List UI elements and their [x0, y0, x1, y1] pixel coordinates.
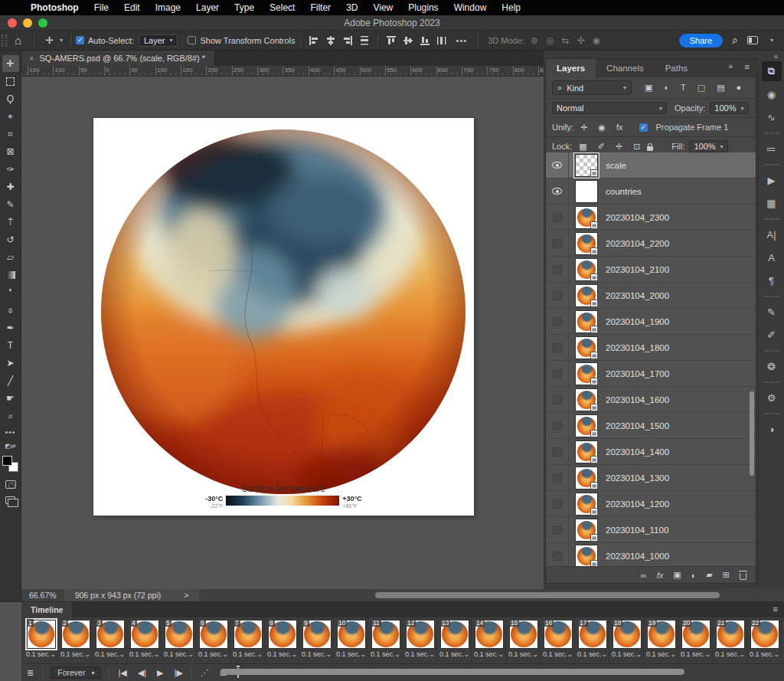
frame-duration-dropdown[interactable]: 0.1 sec.⌄: [94, 650, 126, 658]
workspace-chevron-icon[interactable]: ▾: [767, 37, 776, 44]
frame-duration-dropdown[interactable]: 0.1 sec.⌄: [714, 650, 746, 658]
layer-thumbnail[interactable]: ▤: [575, 440, 598, 463]
visibility-checkbox[interactable]: [553, 213, 562, 222]
layer-row[interactable]: ▤20230104_1100: [546, 517, 756, 543]
animation-frame[interactable]: 140.1 sec.⌄: [472, 617, 506, 664]
eraser-tool[interactable]: ▱: [2, 249, 19, 266]
unify-style-icon[interactable]: fx: [614, 123, 626, 133]
animation-frame[interactable]: 150.1 sec.⌄: [507, 617, 541, 664]
document-info[interactable]: 906 px x 943 px (72 ppi) >: [64, 589, 200, 601]
align-left-icon[interactable]: [308, 34, 320, 46]
menu-item-file[interactable]: File: [87, 2, 116, 13]
align-bottom-icon[interactable]: [419, 34, 431, 46]
layer-visibility-off[interactable]: [546, 361, 569, 386]
tab-timeline[interactable]: Timeline: [21, 602, 72, 617]
menu-item-edit[interactable]: Edit: [116, 2, 148, 13]
menu-item-photoshop[interactable]: Photoshop: [23, 2, 87, 13]
foreground-color-swatch[interactable]: [2, 456, 12, 466]
visibility-checkbox[interactable]: [553, 525, 562, 535]
history-panel-icon[interactable]: ≔: [762, 139, 782, 159]
animation-frame[interactable]: 210.1 sec.⌄: [714, 617, 747, 664]
pen-tool[interactable]: ✒: [2, 319, 19, 336]
layer-row[interactable]: ▤20230104_2300: [546, 205, 756, 231]
unify-visibility-icon[interactable]: ◉: [596, 123, 608, 133]
document-tab[interactable]: × SQ-AMERS.psd @ 66.7% (scale, RGB/8#) *: [21, 51, 215, 66]
layer-row[interactable]: ▤20230104_2200: [546, 231, 756, 257]
actions-panel-icon[interactable]: ▶: [762, 170, 782, 190]
filter-adjustment-layers-icon[interactable]: ◐: [662, 83, 671, 93]
animation-frame[interactable]: 100.1 sec.⌄: [335, 617, 368, 664]
show-transform-checkbox[interactable]: [188, 36, 196, 44]
timeline-menu-icon[interactable]: ≡: [773, 604, 778, 614]
layer-row[interactable]: ▤20230104_1400: [546, 439, 756, 465]
line-tool[interactable]: ╱: [2, 372, 19, 389]
frame-duration-dropdown[interactable]: 0.1 sec.⌄: [508, 650, 539, 658]
frame-duration-dropdown[interactable]: 0.1 sec.⌄: [266, 650, 298, 658]
previous-frame-button[interactable]: ◀|: [132, 668, 152, 678]
share-button[interactable]: Share: [679, 34, 723, 47]
character-panel-icon[interactable]: A|: [762, 224, 782, 244]
menu-item-image[interactable]: Image: [148, 2, 188, 13]
layer-thumbnail[interactable]: ▤: [575, 493, 598, 516]
frame-duration-dropdown[interactable]: 0.1 sec.⌄: [404, 650, 436, 658]
filter-type-layers-icon[interactable]: T: [678, 83, 688, 93]
zoom-level-field[interactable]: 66.67%: [21, 591, 64, 600]
visibility-checkbox[interactable]: [553, 552, 562, 561]
visibility-checkbox[interactable]: [553, 369, 562, 378]
frame-duration-dropdown[interactable]: 0.1 sec.⌄: [198, 650, 229, 658]
menu-item-view[interactable]: View: [365, 2, 400, 13]
timeline-panel-icon[interactable]: ▦: [762, 193, 782, 213]
layer-row[interactable]: ▤20230104_1500: [546, 413, 756, 439]
menu-item-filter[interactable]: Filter: [302, 2, 338, 13]
visibility-checkbox[interactable]: [553, 239, 562, 248]
swap-colors-icon[interactable]: ◩⇄: [5, 443, 15, 450]
frame-duration-dropdown[interactable]: 0.1 sec.⌄: [542, 650, 573, 658]
adjustments-panel-icon[interactable]: ◑: [762, 419, 782, 439]
layer-row[interactable]: ▤20230104_1800: [546, 335, 756, 361]
show-transform-option[interactable]: Show Transform Controls: [188, 36, 295, 45]
visibility-checkbox[interactable]: [553, 499, 562, 509]
layer-row[interactable]: ▤20230104_2100: [546, 257, 756, 283]
animation-frame[interactable]: 110.1 sec.⌄: [369, 617, 403, 664]
brush-tool[interactable]: ✎: [2, 196, 19, 213]
visibility-checkbox[interactable]: [553, 317, 562, 326]
layers-scrollbar[interactable]: [750, 391, 754, 476]
layer-thumbnail[interactable]: ▤: [575, 519, 598, 542]
layer-thumbnail[interactable]: ▤: [575, 154, 598, 177]
color-swatches[interactable]: [2, 456, 19, 473]
workspace-switcher-icon[interactable]: [747, 36, 758, 44]
move-tool-icon[interactable]: ✛: [39, 34, 57, 46]
animation-frame[interactable]: 20.1 sec.⌄: [59, 617, 93, 664]
layer-thumbnail[interactable]: [575, 180, 598, 203]
frame-duration-dropdown[interactable]: 0.1 sec.⌄: [301, 650, 332, 658]
link-layers-icon[interactable]: ∞: [641, 571, 647, 580]
auto-select-dropdown[interactable]: Layer ▾: [139, 34, 178, 47]
layer-row[interactable]: ▤20230104_1200: [546, 491, 756, 517]
lock-artboard-icon[interactable]: ⊡: [631, 142, 642, 152]
frame-duration-dropdown[interactable]: 0.1 sec.⌄: [645, 650, 677, 658]
layer-visibility-off[interactable]: [546, 387, 569, 412]
align-center-h-icon[interactable]: [325, 34, 337, 46]
visibility-checkbox[interactable]: [553, 447, 562, 457]
visibility-checkbox[interactable]: [553, 395, 562, 404]
tab-channels[interactable]: Channels: [596, 59, 655, 77]
animation-frame[interactable]: 50.1 sec.⌄: [162, 617, 196, 664]
frame-duration-dropdown[interactable]: 0.1 sec.⌄: [163, 650, 194, 658]
crop-tool[interactable]: ⌗: [2, 126, 19, 142]
menu-item-help[interactable]: Help: [494, 2, 528, 13]
frame-duration-dropdown[interactable]: 0.1 sec.⌄: [749, 650, 780, 658]
frame-duration-dropdown[interactable]: 0.1 sec.⌄: [439, 650, 470, 658]
blend-mode-dropdown[interactable]: Normal▾: [552, 102, 667, 114]
layer-thumbnail[interactable]: ▤: [575, 545, 598, 568]
quick-mask-button[interactable]: [5, 480, 16, 489]
layer-visibility-off[interactable]: [546, 335, 569, 360]
layer-thumbnail[interactable]: ▤: [575, 206, 598, 229]
frame-duration-dropdown[interactable]: 0.1 sec.⌄: [577, 650, 608, 658]
convert-to-video-timeline-icon[interactable]: ≣: [21, 668, 39, 678]
menu-item-plugins[interactable]: Plugins: [400, 2, 446, 13]
loop-count-dropdown[interactable]: Forever ▾: [51, 666, 101, 679]
layer-visibility-off[interactable]: [546, 517, 569, 542]
animation-frame[interactable]: 10.1 sec.⌄: [24, 617, 58, 664]
paragraph-panel-icon[interactable]: ¶: [762, 270, 782, 290]
layer-visibility-off[interactable]: [546, 205, 569, 230]
